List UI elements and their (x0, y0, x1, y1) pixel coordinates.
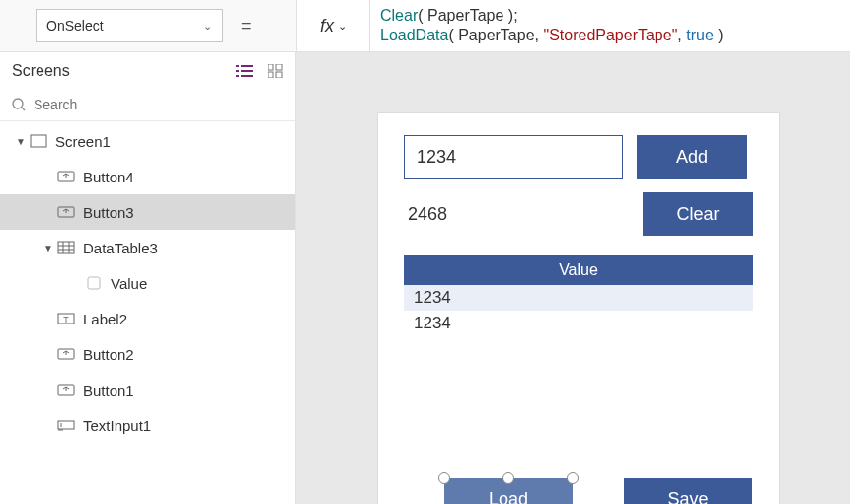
tree-node-label: Button2 (83, 346, 134, 363)
svg-rect-3 (241, 70, 253, 72)
resize-handle[interactable] (567, 472, 579, 484)
svg-rect-7 (276, 64, 282, 70)
tree-node[interactable]: ▼DataTable3 (0, 230, 295, 265)
tree-header: Screens (0, 52, 295, 88)
resize-handle[interactable] (438, 472, 450, 484)
tree-node[interactable]: Button3 (0, 194, 295, 230)
save-button[interactable]: Save (624, 478, 752, 504)
property-selector-value: OnSelect (46, 18, 104, 34)
tree-node-label: Button4 (83, 169, 134, 185)
search-row (0, 88, 295, 121)
table-row[interactable]: 1234 (404, 311, 753, 336)
resize-handle[interactable] (502, 472, 514, 484)
datatable-header: Value (404, 255, 753, 285)
text-input[interactable] (404, 135, 623, 179)
tree-node[interactable]: Button2 (0, 336, 295, 372)
expander-icon[interactable]: ▼ (14, 136, 28, 147)
tree-node[interactable]: Button1 (0, 372, 295, 407)
datatable-icon (57, 241, 75, 254)
svg-rect-15 (58, 242, 74, 253)
property-selector-wrap: OnSelect ⌄ = (0, 0, 296, 51)
equals-sign: = (241, 16, 252, 36)
property-selector[interactable]: OnSelect ⌄ (36, 9, 223, 42)
chevron-down-icon: ⌄ (203, 20, 212, 33)
search-icon (12, 98, 26, 111)
tree-node-label: Value (111, 275, 147, 292)
screen-icon (30, 134, 47, 148)
tree-node-label: Screen1 (55, 133, 111, 150)
svg-rect-9 (276, 72, 282, 78)
svg-rect-4 (236, 75, 239, 77)
clear-button[interactable]: Clear (643, 192, 753, 236)
tree-node[interactable]: Value (0, 265, 295, 301)
button-icon (57, 205, 75, 219)
tree-title: Screens (12, 62, 70, 80)
tree-node-label: Label2 (83, 311, 127, 327)
fx-label[interactable]: fx⌄ (297, 0, 370, 51)
sum-label: 2468 (404, 204, 447, 225)
canvas[interactable]: Add 2468 Clear Value 12341234 Load (296, 52, 850, 504)
tree-node[interactable]: TLabel2 (0, 301, 295, 336)
button-icon (57, 383, 75, 396)
textinput-icon (57, 418, 75, 432)
svg-rect-5 (241, 75, 253, 77)
svg-text:T: T (63, 315, 69, 324)
tree-node[interactable]: Button4 (0, 159, 295, 194)
tree-panel: Screens ▼Screen1Button4Button3▼DataTable… (0, 52, 296, 504)
tree-node-label: Button3 (83, 204, 134, 221)
grid-icon[interactable] (268, 64, 283, 78)
app-preview: Add 2468 Clear Value 12341234 Load (377, 112, 780, 504)
tree-node-label: DataTable3 (83, 240, 158, 256)
svg-rect-2 (236, 70, 239, 72)
table-row[interactable]: 1234 (404, 285, 753, 311)
button-icon (57, 347, 75, 361)
expander-icon[interactable]: ▼ (41, 243, 55, 253)
svg-rect-25 (58, 421, 74, 429)
formula-bar: OnSelect ⌄ = fx⌄ Clear( PaperTape ); Loa… (0, 0, 850, 52)
svg-rect-12 (31, 135, 46, 147)
list-icon[interactable] (236, 64, 254, 78)
label-icon: T (57, 312, 75, 325)
svg-rect-6 (268, 64, 273, 70)
tree-node[interactable]: TextInput1 (0, 407, 295, 443)
svg-rect-20 (88, 277, 100, 289)
fx-text: fx (320, 16, 334, 36)
button-icon (57, 170, 75, 183)
tree-node-label: TextInput1 (83, 417, 151, 434)
formula-box: fx⌄ Clear( PaperTape ); LoadData( PaperT… (296, 0, 850, 51)
chevron-down-icon: ⌄ (338, 20, 347, 33)
tree-node[interactable]: ▼Screen1 (0, 123, 295, 159)
tree-body: ▼Screen1Button4Button3▼DataTable3ValueTL… (0, 121, 295, 504)
svg-line-11 (22, 108, 25, 110)
tree-node-label: Button1 (83, 382, 134, 398)
svg-rect-1 (241, 65, 253, 67)
column-icon (85, 276, 103, 290)
svg-point-10 (13, 99, 23, 108)
svg-rect-8 (268, 72, 273, 78)
svg-rect-0 (236, 65, 239, 67)
selected-control[interactable]: Load (444, 478, 573, 504)
add-button[interactable]: Add (637, 135, 747, 179)
data-table[interactable]: Value 12341234 (404, 255, 753, 336)
search-input[interactable] (34, 97, 283, 112)
formula-input[interactable]: Clear( PaperTape ); LoadData( PaperTape,… (370, 0, 850, 51)
